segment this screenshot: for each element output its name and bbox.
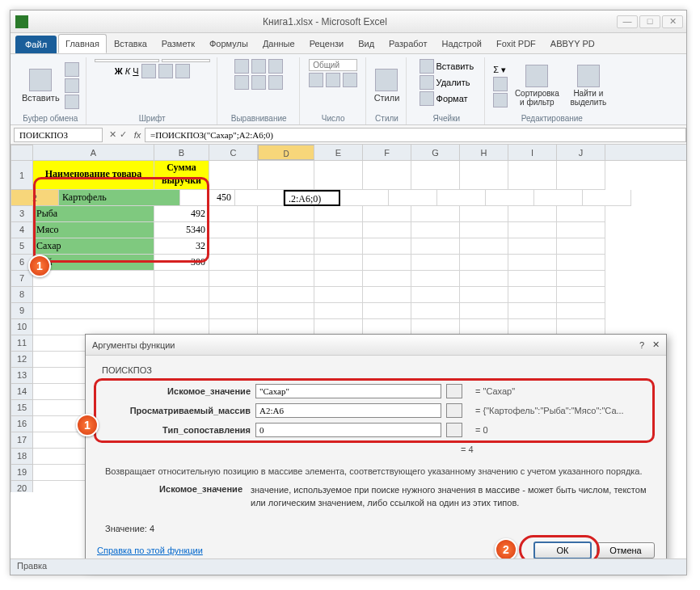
tab-foxit[interactable]: Foxit PDF: [489, 34, 543, 53]
cell[interactable]: [557, 238, 605, 255]
cell[interactable]: 300: [154, 255, 209, 271]
cell[interactable]: [314, 303, 363, 319]
cell[interactable]: [363, 161, 411, 190]
border-icon[interactable]: [141, 64, 156, 78]
cell[interactable]: [460, 161, 508, 190]
cell[interactable]: [314, 161, 363, 190]
cell[interactable]: [314, 238, 363, 255]
cell[interactable]: [557, 319, 605, 335]
cell[interactable]: [460, 319, 508, 335]
cell[interactable]: [508, 303, 557, 319]
cell[interactable]: [314, 319, 363, 335]
arg3-ref-button[interactable]: [446, 423, 462, 437]
cell[interactable]: [460, 222, 508, 238]
cell[interactable]: [557, 271, 605, 287]
cell[interactable]: [314, 271, 363, 287]
cell[interactable]: [209, 222, 258, 238]
fill-color-icon[interactable]: [158, 64, 173, 78]
font-color-icon[interactable]: [175, 64, 190, 78]
cell[interactable]: [411, 271, 460, 287]
cell[interactable]: [557, 255, 605, 271]
cell[interactable]: [363, 222, 411, 238]
row-header[interactable]: 11: [11, 335, 33, 352]
cell[interactable]: [460, 206, 508, 222]
cell[interactable]: [154, 287, 209, 303]
col-header-D[interactable]: D: [258, 145, 314, 160]
cell[interactable]: [258, 161, 314, 190]
paste-button[interactable]: Вставить: [22, 69, 60, 103]
cell[interactable]: [363, 319, 411, 335]
cell[interactable]: [314, 287, 363, 303]
bold-button[interactable]: Ж: [115, 66, 123, 76]
cell[interactable]: [411, 255, 460, 271]
tab-view[interactable]: Вид: [351, 34, 382, 53]
cell[interactable]: Мясо: [33, 222, 154, 238]
arg2-input[interactable]: [255, 403, 441, 418]
cell[interactable]: [209, 255, 258, 271]
row-header[interactable]: 10: [11, 319, 33, 335]
number-format-select[interactable]: Общий: [309, 59, 357, 71]
cell[interactable]: Рыба: [33, 206, 154, 222]
row-header[interactable]: 18: [11, 449, 33, 465]
row-header[interactable]: 20: [11, 481, 33, 492]
fx-icon[interactable]: fx: [130, 130, 145, 140]
col-header-G[interactable]: G: [411, 145, 460, 160]
arg3-input[interactable]: [255, 423, 441, 437]
copy-icon[interactable]: [65, 78, 79, 93]
cell[interactable]: Наименование товара: [33, 161, 154, 190]
cell[interactable]: 32: [154, 238, 209, 255]
tab-developer[interactable]: Разработ: [382, 34, 434, 53]
cell[interactable]: [557, 303, 605, 319]
cell[interactable]: [411, 161, 460, 190]
cell[interactable]: [258, 271, 314, 287]
underline-button[interactable]: Ч: [133, 66, 138, 76]
cell[interactable]: [460, 255, 508, 271]
cell[interactable]: Сахар: [33, 238, 154, 255]
cell[interactable]: [258, 206, 314, 222]
dialog-help-icon[interactable]: ?: [639, 340, 644, 350]
col-header-F[interactable]: F: [363, 145, 411, 160]
cell[interactable]: .2:A6;0): [284, 190, 340, 206]
cell[interactable]: [154, 271, 209, 287]
cell[interactable]: [411, 319, 460, 335]
cell[interactable]: [583, 190, 631, 206]
cell[interactable]: [314, 222, 363, 238]
tab-review[interactable]: Рецензи: [302, 34, 352, 53]
col-header-C[interactable]: C: [209, 145, 258, 160]
row-header[interactable]: 14: [11, 384, 33, 400]
insert-cells-button[interactable]: Вставить: [420, 59, 474, 74]
cell[interactable]: [340, 190, 389, 206]
col-header-J[interactable]: J: [557, 145, 605, 160]
row-header[interactable]: 19: [11, 465, 33, 481]
cell[interactable]: [363, 271, 411, 287]
help-link[interactable]: Справка по этой функции: [97, 546, 203, 555]
cell[interactable]: [557, 287, 605, 303]
cell[interactable]: [508, 271, 557, 287]
tab-insert[interactable]: Вставка: [107, 34, 154, 53]
cell[interactable]: [363, 255, 411, 271]
cell[interactable]: [209, 303, 258, 319]
align-top-icon[interactable]: [234, 59, 249, 74]
row-header[interactable]: 8: [11, 287, 33, 303]
currency-icon[interactable]: [309, 73, 323, 87]
col-header-B[interactable]: B: [154, 145, 209, 160]
cell[interactable]: [508, 206, 557, 222]
cell[interactable]: [411, 303, 460, 319]
row-header[interactable]: 7: [11, 271, 33, 287]
align-left-icon[interactable]: [234, 75, 249, 90]
arg1-ref-button[interactable]: [446, 384, 462, 398]
formula-input[interactable]: =ПОИСКПОЗ("Сахар";A2:A6;0): [145, 128, 686, 142]
cell[interactable]: [508, 222, 557, 238]
italic-button[interactable]: К: [125, 66, 130, 76]
tab-file[interactable]: Файл: [15, 36, 57, 53]
accept-formula-icon[interactable]: ✓: [120, 129, 127, 140]
cell[interactable]: [508, 319, 557, 335]
cell[interactable]: [209, 238, 258, 255]
align-mid-icon[interactable]: [251, 59, 266, 74]
cell[interactable]: 5340: [154, 222, 209, 238]
cell[interactable]: [460, 287, 508, 303]
row-header[interactable]: 5: [11, 238, 33, 255]
percent-icon[interactable]: [326, 73, 340, 87]
cell[interactable]: [534, 190, 583, 206]
cell[interactable]: [209, 271, 258, 287]
